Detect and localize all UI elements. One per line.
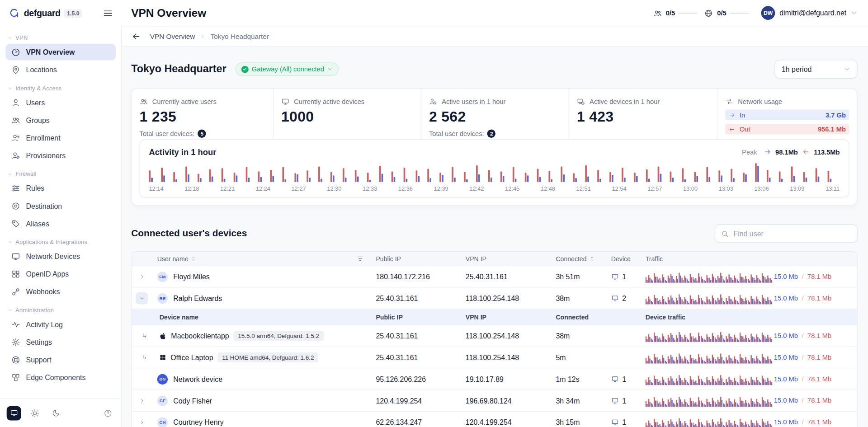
back-button[interactable] xyxy=(131,31,142,42)
sidebar-item-webhooks[interactable]: Webhooks xyxy=(5,283,116,300)
nav-section-firewall[interactable]: Firewall xyxy=(8,170,113,177)
device-count: 2 xyxy=(622,294,626,302)
network-in-row: In 3.7 Gb xyxy=(725,109,849,120)
chevron-down-icon xyxy=(8,35,13,40)
table-row[interactable]: CFCody Fisher 120.4.199.254 196.69.80.12… xyxy=(132,390,857,412)
sidebar-item-vpn-overview[interactable]: VPN Overview xyxy=(5,44,116,61)
display-mode-button[interactable] xyxy=(7,406,21,420)
table-row[interactable]: FMFloyd Miles 180.140.172.216 25.40.31.1… xyxy=(132,266,857,288)
nav-section-vpn[interactable]: VPN xyxy=(8,34,113,41)
vpn-ip: 25.40.31.161 xyxy=(466,272,556,281)
breadcrumb-current: Tokyo Headquarter xyxy=(211,33,269,40)
device-subtable-header: Device name Public IP VPN IP Connected D… xyxy=(132,309,857,325)
chevron-down-icon xyxy=(8,171,13,176)
network-usage-icon xyxy=(725,98,733,106)
expand-row-button[interactable] xyxy=(136,416,148,427)
sidebar-item-activity-log[interactable]: Activity Log xyxy=(5,316,116,333)
device-sub-row[interactable]: Office Laptop 11 HOME amd64, Defguard: 1… xyxy=(132,347,857,369)
light-theme-button[interactable] xyxy=(28,406,42,420)
locations-quota-value: 0/5 xyxy=(717,9,726,17)
sidebar-item-edge-components[interactable]: Edge Components xyxy=(5,369,116,386)
nav-section-apps[interactable]: Applications & Integrations xyxy=(8,239,113,245)
sidebar-item-provisioners[interactable]: Provisioners xyxy=(5,147,116,164)
peak-in-value: 98.1Mb xyxy=(775,148,798,156)
chevron-down-icon xyxy=(844,66,850,73)
device-count: 1 xyxy=(622,375,626,383)
sidebar-item-destination[interactable]: Destination xyxy=(5,197,116,214)
devices-count-badge: 2 xyxy=(487,130,495,138)
traffic-sparkline xyxy=(646,394,773,407)
traffic-out: 78.1 Mb xyxy=(807,332,831,340)
sort-icon[interactable] xyxy=(589,256,594,262)
stat-value: 2 562 xyxy=(429,108,561,126)
traffic-out: 78.1 Mb xyxy=(807,397,831,404)
pulse-icon xyxy=(11,319,20,329)
period-select-value: 1h period xyxy=(782,65,811,73)
sidebar-item-openid-apps[interactable]: OpenID Apps xyxy=(5,266,116,282)
arrow-right-icon xyxy=(764,148,771,155)
sidebar-collapse-button[interactable] xyxy=(103,7,115,19)
sidebar-item-groups[interactable]: Groups xyxy=(5,112,116,128)
sort-icon[interactable] xyxy=(191,256,197,262)
device-sub-row[interactable]: Macbookclientapp 15.5.0 arm64, Defguard:… xyxy=(132,325,857,347)
sun-icon xyxy=(30,408,39,418)
groups-icon xyxy=(11,115,20,125)
user-gear-icon xyxy=(11,151,20,160)
table-row[interactable]: BSNetwork device 95.126.206.226 19.10.17… xyxy=(132,369,857,390)
find-user-search xyxy=(715,224,858,243)
period-select[interactable]: 1h period xyxy=(774,60,858,79)
filter-icon[interactable] xyxy=(357,255,364,262)
sidebar-item-aliases[interactable]: Aliases xyxy=(5,215,116,232)
help-icon xyxy=(104,408,113,418)
connected-time: 38m xyxy=(556,294,611,302)
page-header-title: VPN Overview xyxy=(131,7,206,19)
sidebar-item-settings[interactable]: Settings xyxy=(5,333,116,350)
nav-section-identity[interactable]: Identity & Access xyxy=(8,84,113,91)
globe-icon xyxy=(704,9,713,18)
sidebar-item-locations[interactable]: Locations xyxy=(5,61,116,78)
public-ip: 180.140.172.216 xyxy=(376,272,465,281)
expand-row-button[interactable] xyxy=(136,394,148,407)
device-icon xyxy=(611,375,619,383)
traffic-in: 15.0 Mb xyxy=(774,273,798,281)
collapse-row-button[interactable] xyxy=(136,292,148,305)
peak-out-value: 113.5Mb xyxy=(814,148,840,156)
users-quota-icon xyxy=(653,9,662,18)
page-title: Tokyo Headquarter xyxy=(131,63,226,75)
vpn-ip: 120.4.199.254 xyxy=(466,418,556,426)
device-name: Office Laptop xyxy=(170,353,213,361)
sidebar-item-support[interactable]: Support xyxy=(5,352,116,368)
public-ip: 95.126.206.226 xyxy=(376,375,465,383)
table-row[interactable]: CHCourtney Henry 62.26.134.247 120.4.199… xyxy=(132,412,857,427)
public-ip: 62.26.134.247 xyxy=(376,418,465,426)
connected-time: 3h 15m xyxy=(556,418,611,426)
gateway-status-pill[interactable]: Gateway (All) connected xyxy=(235,62,339,75)
sidebar-item-network-devices[interactable]: Network Devices xyxy=(5,248,116,265)
sidebar-item-enrollment[interactable]: Enrollment xyxy=(5,130,116,146)
breadcrumb-root[interactable]: VPN Overview xyxy=(150,33,195,40)
device-os-badge: 11 HOME amd64, Defguard: 1.6.2 xyxy=(217,352,318,362)
expand-row-button[interactable] xyxy=(136,271,148,283)
traffic-in: 15.0 Mb xyxy=(774,332,798,340)
activity-chart-x-axis: 12:1412:1812:2112:2412:2712:3012:3312:36… xyxy=(149,185,840,192)
locations-quota: 0/5 xyxy=(704,9,749,18)
help-button[interactable] xyxy=(104,408,113,418)
defguard-logo-icon xyxy=(9,8,20,19)
sidebar-item-rules[interactable]: Rules xyxy=(5,180,116,197)
sidebar-item-users[interactable]: Users xyxy=(5,94,116,111)
traffic-in: 15.0 Mb xyxy=(774,375,798,383)
user-icon xyxy=(11,98,20,107)
user-name: Floyd Miles xyxy=(173,272,210,281)
connected-time: 3h 34m xyxy=(556,396,611,404)
peak-values: Peak 98.1Mb 113.5Mb xyxy=(742,148,840,156)
account-menu[interactable]: DW dimitri@defguard.net xyxy=(761,6,858,20)
device-os-badge: 15.5.0 arm64, Defguard: 1.5.2 xyxy=(233,331,323,341)
device-icon xyxy=(611,418,619,426)
status-check-icon xyxy=(241,66,249,73)
nav-section-administration[interactable]: Administration xyxy=(8,306,113,313)
dark-theme-button[interactable] xyxy=(49,406,63,420)
search-input[interactable] xyxy=(733,230,851,238)
public-ip: 120.4.199.254 xyxy=(376,396,465,404)
vpn-ip: 118.100.254.148 xyxy=(466,294,556,302)
table-row[interactable]: RERalph Edwards 25.40.31.161 118.100.254… xyxy=(132,288,857,310)
